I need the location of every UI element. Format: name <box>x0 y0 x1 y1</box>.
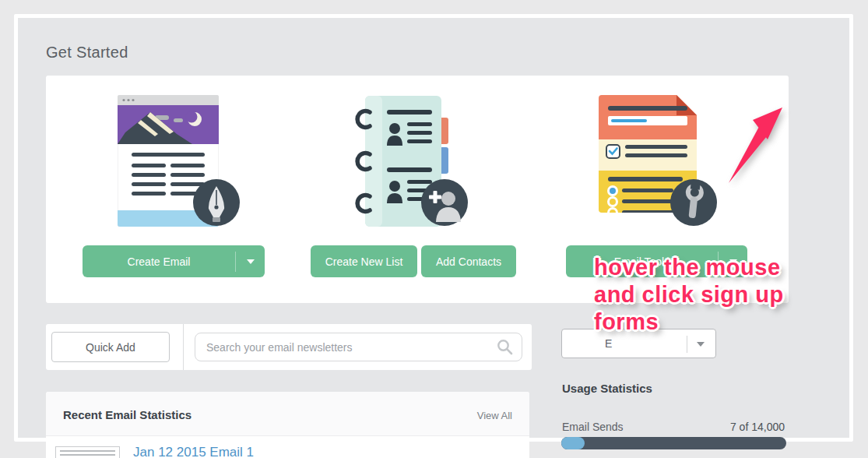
annotation-text: hover the mouse and click sign up forms <box>594 254 784 336</box>
toolbar-divider <box>183 324 184 370</box>
email-sends-progress-fill <box>561 437 585 449</box>
main-panel: Get Started <box>14 14 853 442</box>
quick-add-label: Quick Add <box>86 341 135 354</box>
add-contact-icon <box>421 179 468 226</box>
add-contacts-button[interactable]: Add Contacts <box>421 245 516 277</box>
recent-email-statistics-card: Recent Email Statistics View All Jan 12 … <box>46 392 529 458</box>
email-sends-label: Email Sends <box>562 421 624 433</box>
search-field-wrap <box>195 333 522 361</box>
create-new-list-button[interactable]: Create New List <box>311 245 417 277</box>
recent-card-header: Recent Email Statistics View All <box>46 392 529 436</box>
annotation-line-1: hover the mouse <box>594 254 784 281</box>
email-report-link[interactable]: Jan 12 2015 Email 1 <box>133 445 254 458</box>
search-input[interactable] <box>195 333 522 361</box>
usage-statistics-title: Usage Statistics <box>562 382 652 395</box>
email-thumbnail <box>55 446 120 458</box>
chevron-down-icon <box>697 342 705 347</box>
create-email-label: Create Email <box>83 255 235 268</box>
recent-email-statistics-title: Recent Email Statistics <box>63 408 192 421</box>
pen-badge <box>193 179 240 226</box>
white-split-button-label: E <box>605 337 612 350</box>
magnifier-icon[interactable] <box>497 339 513 355</box>
view-all-link[interactable]: View All <box>477 410 512 421</box>
annotation-arrow-icon <box>726 104 787 188</box>
quick-add-toolbar: Quick Add <box>46 324 532 370</box>
thumbnail-line <box>60 450 115 452</box>
quick-add-button[interactable]: Quick Add <box>51 332 170 362</box>
page-title: Get Started <box>46 44 128 62</box>
thumbnail-line <box>60 454 115 456</box>
pen-nib-icon <box>193 179 240 226</box>
wrench-icon <box>670 179 717 226</box>
email-sends-progress-track <box>561 437 786 449</box>
annotation-line-2: and click sign up <box>594 281 784 308</box>
button-divider <box>687 336 687 353</box>
email-sends-value: 7 of 14,000 <box>629 421 785 433</box>
add-contacts-label: Add Contacts <box>436 255 501 268</box>
annotation-line-3: forms <box>594 308 784 336</box>
create-new-list-label: Create New List <box>325 255 403 268</box>
add-contact-badge <box>421 179 468 226</box>
wrench-badge <box>670 179 717 226</box>
chevron-down-icon <box>247 259 255 264</box>
email-statistics-row[interactable]: Jan 12 2015 Email 1 <box>46 436 529 458</box>
create-email-dropdown[interactable] <box>236 259 265 264</box>
create-email-button[interactable]: Create Email <box>83 245 265 277</box>
